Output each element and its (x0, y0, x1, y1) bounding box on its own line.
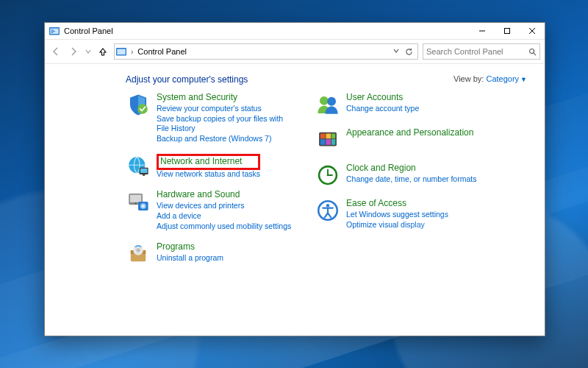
search-box[interactable]: Search Control Panel (423, 43, 540, 60)
address-dropdown-icon[interactable] (393, 48, 399, 56)
category-title[interactable]: Clock and Region (346, 163, 476, 174)
svg-point-36 (326, 204, 329, 207)
svg-point-19 (142, 205, 144, 207)
svg-rect-30 (320, 139, 326, 145)
category-title[interactable]: Programs (157, 241, 223, 252)
category-title[interactable]: Hardware and Sound (157, 189, 291, 200)
appearance-icon (315, 127, 340, 152)
svg-rect-28 (326, 134, 331, 139)
address-bar[interactable]: › Control Panel (114, 43, 418, 60)
search-placeholder: Search Control Panel (426, 47, 503, 56)
clock-region-icon (315, 163, 340, 188)
chevron-right-icon: › (129, 48, 135, 56)
category-sublink[interactable]: Review your computer's status (157, 104, 295, 113)
category-sublink[interactable]: Add a device (157, 211, 291, 221)
svg-rect-27 (320, 134, 326, 139)
back-button[interactable] (49, 45, 62, 58)
category-hardware-sound: Hardware and Sound View devices and prin… (126, 189, 295, 231)
svg-point-25 (327, 97, 336, 106)
svg-rect-12 (140, 169, 147, 173)
svg-point-34 (327, 174, 329, 177)
category-sublink[interactable]: Let Windows suggest settings (346, 210, 448, 219)
svg-point-24 (320, 96, 329, 105)
svg-point-23 (136, 248, 140, 252)
category-sublink[interactable]: Optimize visual display (346, 220, 448, 230)
minimize-button[interactable] (470, 23, 495, 39)
category-title[interactable]: User Accounts (346, 92, 419, 103)
category-sublink[interactable]: View devices and printers (157, 201, 291, 210)
category-clock-region: Clock and Region Change date, time, or n… (315, 163, 484, 188)
category-appearance: Appearance and Personalization (315, 127, 484, 152)
forward-button[interactable] (67, 45, 80, 58)
system-security-icon (126, 92, 151, 117)
ease-of-access-icon (315, 198, 340, 223)
window-title: Control Panel (64, 26, 113, 35)
svg-rect-29 (331, 134, 335, 139)
svg-rect-7 (117, 49, 125, 54)
recent-locations-button[interactable] (85, 45, 92, 58)
svg-rect-31 (326, 139, 331, 145)
view-by: View by: Category▼ (453, 74, 527, 83)
category-sublink[interactable]: Uninstall a program (157, 253, 223, 263)
content-area: Adjust your computer's settings View by:… (45, 64, 545, 336)
up-button[interactable] (96, 45, 110, 58)
category-programs: Programs Uninstall a program (126, 241, 295, 266)
view-by-value[interactable]: Category (486, 74, 519, 83)
address-path: Control Panel (137, 47, 187, 56)
window: Control Panel › Control Panel Search Con… (44, 22, 545, 336)
category-sublink[interactable]: Change account type (346, 104, 419, 113)
svg-rect-2 (51, 29, 54, 30)
search-icon (528, 48, 537, 56)
category-sublink[interactable]: Save backup copies of your files with Fi… (157, 114, 295, 133)
category-system-security: System and Security Review your computer… (126, 92, 295, 144)
control-panel-icon (116, 47, 126, 56)
category-sublink[interactable]: Adjust commonly used mobility settings (157, 222, 291, 231)
maximize-button[interactable] (495, 23, 520, 39)
category-sublink[interactable]: Change date, time, or number formats (346, 174, 476, 184)
svg-rect-3 (51, 31, 55, 32)
user-accounts-icon (315, 92, 340, 117)
category-network-internet: Network and Internet View network status… (126, 154, 295, 179)
category-sublink[interactable]: View network status and tasks (157, 169, 260, 179)
category-sublink[interactable]: Backup and Restore (Windows 7) (157, 134, 295, 144)
svg-rect-13 (143, 174, 145, 176)
control-panel-icon (49, 26, 60, 35)
svg-rect-15 (130, 195, 141, 202)
category-title[interactable]: Network and Internet (160, 156, 242, 166)
svg-rect-32 (331, 139, 335, 145)
hardware-sound-icon (126, 189, 151, 214)
svg-rect-4 (51, 32, 54, 33)
category-title[interactable]: Ease of Access (346, 198, 448, 209)
category-title[interactable]: System and Security (157, 92, 295, 103)
highlight-annotation: Network and Internet (157, 154, 260, 170)
category-ease-of-access: Ease of Access Let Windows suggest setti… (315, 198, 484, 230)
svg-point-8 (530, 49, 534, 53)
titlebar: Control Panel (45, 23, 545, 40)
view-by-label: View by: (453, 74, 484, 83)
chevron-down-icon[interactable]: ▼ (520, 76, 527, 83)
category-user-accounts: User Accounts Change account type (315, 92, 484, 117)
programs-icon (126, 241, 151, 266)
category-column-left: System and Security Review your computer… (126, 92, 295, 266)
refresh-icon[interactable] (405, 48, 413, 56)
network-internet-icon (126, 154, 151, 179)
nav-row: › Control Panel Search Control Panel (45, 40, 545, 64)
close-button[interactable] (520, 23, 545, 39)
svg-point-9 (137, 104, 148, 114)
svg-point-16 (135, 202, 136, 204)
svg-rect-5 (505, 29, 510, 34)
category-column-right: User Accounts Change account type Appear… (315, 92, 484, 266)
category-title[interactable]: Appearance and Personalization (346, 127, 473, 138)
